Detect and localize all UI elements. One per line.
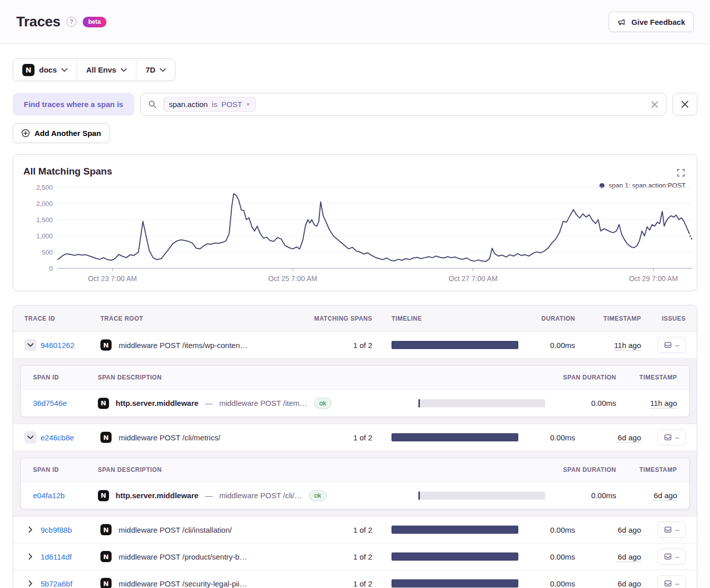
- span-timeline-bar[interactable]: [418, 399, 545, 407]
- span-duration-value: 0.00ms: [545, 399, 616, 407]
- timestamp-value[interactable]: 6d ago: [618, 526, 641, 535]
- issues-button[interactable]: –: [657, 575, 686, 588]
- timestamp-value[interactable]: 6d ago: [618, 433, 641, 443]
- trace-id-link[interactable]: 94601262: [41, 341, 75, 350]
- col-trace-id: TRACE ID: [24, 315, 100, 322]
- issues-count: –: [676, 552, 680, 561]
- collapse-row-button[interactable]: [24, 339, 37, 351]
- issues-count: –: [676, 526, 680, 534]
- matching-spans-value: 1 of 2: [306, 579, 372, 588]
- chevron-right-icon: [28, 527, 32, 533]
- svg-text:Oct 27 7:00 AM: Oct 27 7:00 AM: [449, 274, 498, 283]
- timestamp-value[interactable]: 6d ago: [618, 579, 641, 588]
- expand-row-button[interactable]: [24, 524, 37, 536]
- span-description: middleware POST /item…: [219, 399, 307, 407]
- span-op: http.server.middleware: [116, 399, 198, 407]
- timeline-bar[interactable]: [392, 341, 518, 349]
- span-search-input[interactable]: span.action is POST ×: [140, 93, 666, 116]
- trace-root-text: middleware POST /cli/installation/: [119, 526, 232, 534]
- chart-title: All Matching Spans: [23, 166, 112, 177]
- duration-value: 0.00ms: [519, 433, 575, 442]
- chevron-down-icon: [121, 68, 127, 72]
- duration-value: 0.00ms: [519, 579, 575, 588]
- span-timestamp-value[interactable]: 6d ago: [654, 491, 677, 501]
- span-timeline-bar[interactable]: [418, 492, 545, 500]
- table-row[interactable]: 94601262 N middleware POST /items/wp-con…: [13, 332, 697, 359]
- trace-id-link[interactable]: 5b72a6bf: [41, 579, 73, 588]
- search-token[interactable]: span.action is POST ×: [163, 97, 256, 112]
- period-filter[interactable]: 7D: [136, 59, 175, 81]
- chevron-down-icon: [27, 343, 33, 347]
- expanded-spans-section: SPAN ID SPAN DESCRIPTION SPAN DURATION T…: [13, 359, 697, 424]
- span-row[interactable]: 36d7546e N http.server.middleware — midd…: [21, 390, 689, 417]
- svg-text:Oct 25 7:00 AM: Oct 25 7:00 AM: [268, 274, 317, 283]
- timeline-bar[interactable]: [392, 552, 518, 561]
- inbox-icon: [664, 526, 672, 534]
- inbox-icon: [664, 341, 672, 349]
- svg-text:2,500: 2,500: [36, 184, 53, 191]
- page-title: Traces: [16, 14, 60, 30]
- span-table-header: SPAN ID SPAN DESCRIPTION SPAN DURATION T…: [21, 366, 689, 390]
- span-row[interactable]: e04fa12b N http.server.middleware — midd…: [21, 482, 689, 509]
- help-icon[interactable]: ?: [66, 17, 77, 27]
- project-filter[interactable]: N docs: [13, 59, 77, 81]
- expand-row-button[interactable]: [24, 577, 37, 588]
- col-trace-root: TRACE ROOT: [100, 315, 306, 322]
- col-timestamp: TIMESTAMP: [575, 315, 641, 322]
- issues-button[interactable]: –: [657, 429, 686, 445]
- close-icon: [681, 100, 689, 109]
- timeline-bar[interactable]: [392, 526, 518, 534]
- timestamp-value[interactable]: 11h ago: [614, 341, 641, 351]
- span-id-link[interactable]: 36d7546e: [33, 399, 67, 407]
- span-timestamp-value[interactable]: 11h ago: [650, 399, 677, 408]
- table-row[interactable]: 5b72a6bf N middleware POST /security-leg…: [13, 570, 697, 588]
- give-feedback-button[interactable]: Give Feedback: [609, 12, 694, 32]
- timeline-bar[interactable]: [392, 579, 518, 587]
- nextjs-logo-icon: N: [100, 578, 112, 588]
- table-row[interactable]: e246cb8e N middleware POST /cli/metrics/…: [13, 424, 697, 451]
- trace-id-link[interactable]: 1d6114df: [41, 552, 72, 561]
- col-span-timestamp: TIMESTAMP: [616, 466, 677, 473]
- trace-id-link[interactable]: 9cb9f88b: [41, 526, 72, 534]
- chevron-right-icon: [28, 580, 32, 586]
- nextjs-logo-icon: N: [100, 551, 112, 562]
- svg-text:1,500: 1,500: [36, 216, 53, 224]
- issues-count: –: [676, 579, 680, 587]
- col-span-duration: SPAN DURATION: [545, 466, 616, 473]
- fullscreen-icon[interactable]: [677, 169, 685, 177]
- trace-id-link[interactable]: e246cb8e: [41, 433, 74, 442]
- environment-filter[interactable]: All Envs: [77, 59, 136, 81]
- expand-row-button[interactable]: [24, 550, 37, 563]
- table-row[interactable]: 1d6114df N middleware POST /product/sent…: [13, 543, 697, 570]
- timestamp-value[interactable]: 6d ago: [618, 552, 641, 562]
- span-status-badge: ok: [314, 398, 332, 409]
- span-id-link[interactable]: e04fa12b: [33, 491, 65, 500]
- chevron-down-icon: [61, 68, 67, 72]
- timeline-bar[interactable]: [392, 433, 518, 441]
- svg-text:Oct 29 7:00 AM: Oct 29 7:00 AM: [629, 274, 678, 283]
- project-filter-label: docs: [39, 65, 57, 74]
- table-row[interactable]: 9cb9f88b N middleware POST /cli/installa…: [13, 516, 697, 543]
- trace-root-text: middleware POST /cli/metrics/: [119, 433, 221, 442]
- remove-span-filter-button[interactable]: [672, 93, 697, 116]
- expanded-spans-section: SPAN ID SPAN DESCRIPTION SPAN DURATION T…: [13, 451, 697, 516]
- trace-root-text: middleware POST /product/sentry-b…: [119, 552, 247, 561]
- trace-table: TRACE ID TRACE ROOT MATCHING SPANS TIMEL…: [13, 305, 697, 588]
- spans-line-chart[interactable]: 05001,0001,5002,0002,500Oct 23 7:00 AMOc…: [18, 181, 703, 289]
- all-matching-spans-panel: All Matching Spans span 1: span.action:P…: [13, 154, 697, 291]
- environment-filter-label: All Envs: [86, 65, 116, 74]
- issues-button[interactable]: –: [657, 548, 686, 565]
- collapse-row-button[interactable]: [24, 431, 37, 443]
- matching-spans-value: 1 of 2: [306, 341, 372, 350]
- span-duration-value: 0.00ms: [545, 491, 616, 500]
- issues-button[interactable]: –: [657, 337, 686, 353]
- token-remove-icon[interactable]: ×: [246, 100, 250, 108]
- search-clear-icon[interactable]: [651, 100, 659, 109]
- add-another-span-button[interactable]: Add Another Span: [13, 123, 110, 143]
- plus-circle-icon: [21, 129, 30, 137]
- inbox-icon: [664, 552, 672, 561]
- svg-text:0: 0: [49, 265, 53, 272]
- matching-spans-value: 1 of 2: [306, 433, 372, 442]
- issues-button[interactable]: –: [657, 522, 686, 538]
- trace-root-text: middleware POST /items/wp-conten…: [119, 341, 247, 350]
